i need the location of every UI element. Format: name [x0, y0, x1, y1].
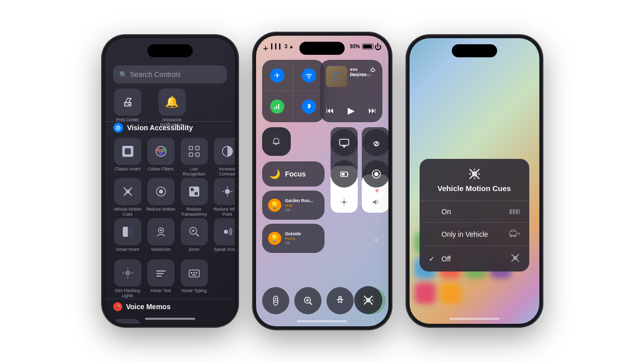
battery-area: 93% [350, 44, 373, 49]
divider-2 [105, 299, 235, 299]
garden-strip-btn[interactable]: 💡 Garden Roo... strip Off [262, 191, 325, 220]
hover-typing[interactable]: Hover Typing [180, 259, 209, 298]
shazam-btn[interactable] [363, 129, 388, 156]
garden-sub: strip [285, 203, 313, 208]
dim-flashing[interactable]: Dim Flashing Lights [113, 259, 142, 298]
vehicle-motion-cc-btn[interactable] [354, 286, 382, 314]
hover-text[interactable]: Hover Text [146, 259, 176, 298]
battery-fill [363, 45, 372, 48]
phone-3-screen: Vehicle Motion Cues On [410, 38, 539, 324]
smart-invert[interactable]: Smart Invert [113, 218, 142, 252]
svg-rect-53 [371, 71, 374, 72]
vehicle-motion-cues[interactable]: Vehicle Motion Cues [113, 178, 142, 217]
svg-point-7 [159, 151, 163, 155]
voice-memos-dot: 🎤 [113, 302, 122, 311]
reduce-transparency[interactable]: Reduce Transparency [180, 178, 209, 217]
screen-mirror-btn[interactable] [331, 129, 358, 156]
music-icon: 🎵 [331, 71, 342, 82]
svg-rect-40 [156, 273, 164, 274]
speak-screen[interactable]: Speak Screen [213, 218, 235, 252]
svg-rect-8 [189, 146, 193, 150]
phone-3-bg: Vehicle Motion Cues On [410, 38, 539, 324]
add-controls-btn[interactable]: + [263, 44, 269, 54]
svg-point-91 [473, 168, 475, 170]
vmc-vehicle-left: Only in Vehicle [429, 230, 489, 238]
vmc-vehicle-label: Only in Vehicle [442, 230, 489, 238]
reduce-transparency-label: Reduce Transparency [180, 207, 209, 217]
voice-memo-item[interactable]: Voice Memo [113, 319, 140, 324]
vmc-on-label: On [442, 208, 451, 216]
vmc-off-option[interactable]: ✓ Off [420, 246, 529, 272]
search-bar[interactable]: 🔍 Search Controls [113, 65, 227, 83]
classic-invert[interactable]: Classic Invert [113, 138, 142, 176]
colour-filters[interactable]: Colour Filters [146, 138, 176, 176]
airplane-mode-btn[interactable]: ✈ [262, 60, 293, 91]
dynamic-island-3 [452, 44, 497, 57]
wifi-btn-icon [302, 68, 316, 82]
reduce-motion[interactable]: Reduce Motion [146, 178, 176, 217]
record-btn[interactable] [363, 160, 388, 188]
vision-row-1: Classic Invert Colour Filters Live Recog… [113, 138, 235, 176]
battery-charge-btn[interactable] [331, 160, 358, 188]
vehicle-motion-cues-popup: Vehicle Motion Cues On [420, 159, 529, 272]
print-center-icon: 🖨 [114, 88, 141, 116]
magnifier-btn[interactable] [294, 287, 321, 314]
phone-2-bg: ▎▎▎ 3 ▲ 93% + ⏻ [256, 36, 388, 326]
round-btns-row1 [331, 129, 388, 156]
accessibility-btn[interactable] [327, 287, 354, 314]
live-recognition-label: Live Recognition [180, 166, 209, 176]
heart-icon: ♥ [375, 187, 379, 195]
next-btn[interactable]: ⏭ [368, 106, 376, 115]
prev-btn[interactable]: ⏮ [326, 106, 334, 115]
svg-point-21 [225, 189, 230, 194]
svg-point-70 [275, 298, 276, 300]
dynamic-island-2 [299, 42, 345, 55]
voice-memos-header: 🎤 Voice Memos [113, 302, 171, 311]
remote-btn[interactable] [262, 287, 289, 314]
voiceover[interactable]: VoiceOver [146, 218, 176, 252]
svg-rect-41 [156, 276, 162, 277]
dim-flashing-label: Dim Flashing Lights [113, 288, 142, 298]
vision-title: Vision Accessibility [127, 124, 193, 132]
network-type: 3 [285, 44, 288, 49]
battery-percent: 93% [350, 44, 360, 49]
zoom[interactable]: Zoom [180, 218, 209, 252]
lock-bell-row [262, 127, 325, 157]
announce-notif-icon: 🔔 [158, 88, 186, 116]
round-btns-row2 [331, 160, 388, 188]
live-recognition[interactable]: Live Recognition [180, 138, 209, 176]
wifi-icon: ▲ [289, 44, 294, 49]
speak-screen-label: Speak Screen [214, 247, 235, 252]
search-icon: 🔍 [119, 71, 127, 78]
porch-info: Outside Porch Off [285, 231, 301, 245]
vmc-off-left: ✓ Off [429, 255, 451, 263]
svg-rect-10 [189, 153, 193, 156]
phone-2: ▎▎▎ 3 ▲ 93% + ⏻ [253, 33, 391, 329]
vmc-vehicle-icon [509, 229, 520, 239]
play-btn[interactable]: ▶ [348, 105, 355, 116]
svg-rect-43 [191, 272, 192, 274]
garden-name: Garden Roo... [285, 198, 313, 203]
wave-icon: ≋ [374, 237, 378, 243]
smart-invert-icon [114, 218, 141, 245]
reduce-motion-label: Reduce Motion [146, 207, 175, 212]
svg-rect-94 [513, 209, 515, 214]
vision-row-3: Smart Invert VoiceOver Zoom [113, 218, 235, 252]
reduce-white-point[interactable]: Reduce White Point [213, 178, 235, 217]
brightness-icon [340, 198, 348, 208]
power-icon: ⏻ [374, 43, 381, 51]
phone-1-screen: 🔍 Search Controls 🖨 Print Center 🔔 Annou… [105, 38, 235, 324]
focus-btn[interactable]: 🌙 Focus [262, 161, 325, 187]
vmc-vehicle-option[interactable]: Only in Vehicle [420, 223, 529, 246]
search-bar-text: Search Controls [130, 70, 181, 78]
svg-rect-19 [191, 188, 194, 191]
vmc-on-option[interactable]: On [420, 201, 529, 223]
vmc-on-icon [509, 208, 520, 215]
increase-contrast[interactable]: Increase Contrast [213, 138, 235, 176]
cellular-btn[interactable] [262, 91, 293, 122]
svg-rect-44 [193, 272, 195, 274]
outside-porch-btn[interactable]: 💡 Outside Porch Off [262, 224, 325, 253]
svg-point-89 [469, 173, 471, 175]
silent-mode-btn[interactable] [262, 127, 291, 156]
vision-row-4: Dim Flashing Lights Hover Text Hover Typ… [113, 259, 209, 298]
